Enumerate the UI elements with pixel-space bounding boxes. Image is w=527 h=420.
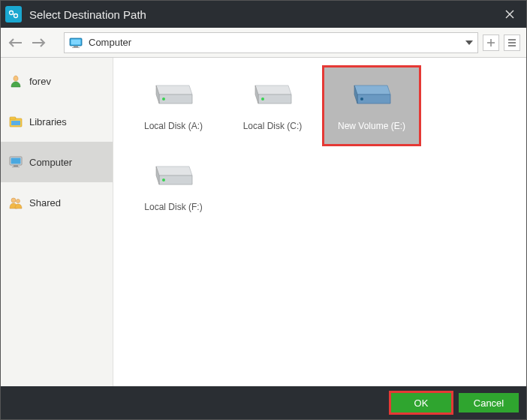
user-icon <box>8 74 23 88</box>
sidebar-item-forev[interactable]: forev <box>1 61 113 101</box>
svg-marker-34 <box>354 86 390 94</box>
path-box[interactable]: Computer <box>64 32 478 53</box>
svg-rect-23 <box>12 166 20 167</box>
nav-back-button[interactable] <box>7 34 25 52</box>
svg-point-41 <box>162 178 165 182</box>
cancel-button[interactable]: Cancel <box>459 393 519 412</box>
app-icon <box>5 6 22 22</box>
list-icon <box>507 38 516 47</box>
sidebar-item-label: Shared <box>29 197 61 208</box>
sidebar-item-computer[interactable]: Computer <box>1 142 113 182</box>
svg-rect-9 <box>74 46 78 47</box>
svg-point-25 <box>17 200 20 203</box>
svg-rect-19 <box>11 121 20 125</box>
drive-item-e[interactable]: New Volume (E:) <box>322 65 421 146</box>
close-button[interactable] <box>496 1 523 28</box>
svg-marker-30 <box>255 86 291 94</box>
plus-icon <box>486 38 495 47</box>
ok-button[interactable]: OK <box>391 393 451 412</box>
drive-item-f[interactable]: Local Disk (F:) <box>124 146 223 227</box>
sidebar-item-label: Libraries <box>29 116 67 128</box>
drive-label: Local Disk (A:) <box>128 121 218 131</box>
computer-icon <box>8 154 23 170</box>
view-list-button[interactable] <box>504 34 520 51</box>
svg-rect-21 <box>11 158 21 164</box>
svg-point-33 <box>261 98 264 100</box>
drive-icon <box>350 73 393 116</box>
svg-rect-22 <box>14 166 18 167</box>
drive-icon <box>152 154 195 197</box>
dialog-window: Select Destination Path <box>0 0 527 420</box>
sidebar-item-shared[interactable]: Shared <box>1 182 113 223</box>
footer: OK Cancel <box>1 386 526 419</box>
arrow-right-icon <box>31 38 46 48</box>
arrow-left-icon <box>8 38 23 48</box>
drive-list: Local Disk (A:) Local Disk (C:) <box>113 58 526 386</box>
drive-item-c[interactable]: Local Disk (C:) <box>223 65 322 146</box>
nav-forward-button[interactable] <box>29 34 47 52</box>
dialog-title: Select Destination Path <box>29 8 496 21</box>
svg-marker-11 <box>465 40 473 45</box>
libraries-icon <box>8 114 23 129</box>
titlebar: Select Destination Path <box>1 1 526 28</box>
sidebar-item-label: Computer <box>29 157 72 168</box>
monitor-icon <box>69 38 83 48</box>
sidebar-item-libraries[interactable]: Libraries <box>1 101 113 142</box>
path-text: Computer <box>89 37 459 48</box>
svg-rect-14 <box>508 39 516 40</box>
svg-point-24 <box>11 198 16 202</box>
navbar: Computer <box>1 28 526 58</box>
shared-icon <box>8 195 23 210</box>
svg-marker-26 <box>156 86 192 94</box>
drive-label: Local Disk (F:) <box>128 202 218 212</box>
sidebar-item-label: forev <box>29 76 51 87</box>
chevron-down-icon <box>465 40 473 45</box>
svg-marker-38 <box>156 166 192 176</box>
drive-icon <box>251 73 294 116</box>
drive-icon <box>152 73 195 116</box>
drive-item-a[interactable]: Local Disk (A:) <box>124 65 223 146</box>
svg-line-2 <box>13 14 14 15</box>
drive-label: Local Disk (C:) <box>227 121 318 131</box>
sidebar: forev Libraries <box>1 58 113 386</box>
svg-rect-18 <box>10 117 16 119</box>
svg-point-29 <box>162 98 165 100</box>
svg-rect-10 <box>72 47 80 48</box>
svg-rect-15 <box>508 42 516 44</box>
svg-point-37 <box>360 98 363 100</box>
new-folder-button[interactable] <box>483 34 499 51</box>
drive-label: New Volume (E:) <box>327 121 417 131</box>
svg-rect-8 <box>71 39 81 44</box>
dialog-body: forev Libraries <box>1 58 526 386</box>
close-icon <box>504 9 515 20</box>
svg-rect-16 <box>508 45 516 46</box>
